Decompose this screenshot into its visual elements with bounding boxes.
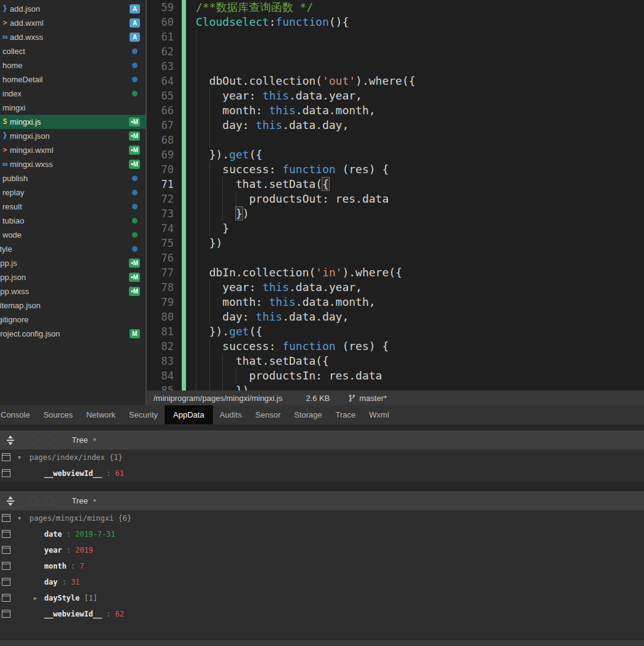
line-number: 68 bbox=[147, 133, 182, 147]
file-item-app.js[interactable]: app.js•M bbox=[0, 256, 145, 270]
code-line-79[interactable]: 79 month: this.data.month, bbox=[147, 295, 644, 309]
code-line-72[interactable]: 72 productsOut: res.data bbox=[147, 192, 644, 206]
view-mode-select-2[interactable]: Tree ▼ bbox=[72, 496, 97, 505]
tab-sensor[interactable]: Sensor bbox=[249, 405, 287, 424]
code-line-60[interactable]: 60Cloudselect:function(){ bbox=[147, 15, 644, 29]
key-label: month bbox=[44, 562, 66, 570]
file-item-inner: project.config.json bbox=[0, 327, 145, 341]
file-item-tubiao[interactable]: tubiao bbox=[0, 214, 145, 228]
file-item-app.wxss[interactable]: app.wxss•M bbox=[0, 284, 145, 298]
code-line-70[interactable]: 70 success: function (res) { bbox=[147, 162, 644, 177]
file-item-index[interactable]: index bbox=[0, 87, 145, 101]
file-item-inner: }add.json bbox=[0, 2, 145, 16]
tab-storage[interactable]: Storage bbox=[287, 405, 329, 424]
appdata-panel-1: Tree ▼ ▼pages/index/index {1}__webviewId… bbox=[0, 430, 644, 481]
triangle-expanded-icon[interactable]: ▼ bbox=[18, 449, 21, 465]
code-line-74[interactable]: 74 } bbox=[147, 221, 644, 236]
tab-trace[interactable]: Trace bbox=[329, 405, 363, 424]
code-line-65[interactable]: 65 year: this.data.year, bbox=[147, 88, 644, 103]
code-token: this bbox=[269, 295, 295, 308]
view-mode-select-1[interactable]: Tree ▼ bbox=[72, 435, 97, 445]
file-item-replay[interactable]: replay bbox=[0, 185, 145, 200]
code-line-content: success: function (res) { bbox=[196, 339, 389, 354]
indent-guide bbox=[236, 192, 236, 206]
tree-row[interactable]: ▼pages/mingxi/mingxi {6} bbox=[0, 510, 644, 526]
code-token: ).where({ bbox=[342, 266, 402, 279]
tree-row[interactable]: date : 2019-7-31 bbox=[0, 526, 644, 542]
file-item-mingxi.wxml[interactable]: >mingxi.wxml•M bbox=[0, 143, 145, 157]
tab-network[interactable]: Network bbox=[79, 405, 122, 424]
file-item-add.json[interactable]: }add.jsonA bbox=[0, 2, 145, 16]
tree-row[interactable]: ▶dayStyle [1] bbox=[0, 590, 644, 606]
git-branch[interactable]: master* bbox=[348, 394, 387, 403]
code-line-78[interactable]: 78 year: this.data.year, bbox=[147, 280, 644, 295]
file-item-publish[interactable]: publish bbox=[0, 171, 145, 185]
triangle-expanded-icon[interactable]: ▼ bbox=[18, 510, 21, 526]
tab-audits[interactable]: Audits bbox=[213, 405, 249, 424]
file-item-mingxi.js[interactable]: Smingxi.js•M bbox=[0, 115, 145, 129]
file-item-app.json[interactable]: app.json•M bbox=[0, 270, 145, 284]
indent-guide bbox=[209, 383, 210, 391]
tab-console[interactable]: Console bbox=[0, 405, 37, 424]
file-item-style[interactable]: style bbox=[0, 242, 145, 256]
code-line-66[interactable]: 66 month: this.data.month, bbox=[147, 103, 644, 118]
code-line-69[interactable]: 69 }).get({ bbox=[147, 147, 644, 162]
file-item-project.config.json[interactable]: project.config.jsonM bbox=[0, 327, 145, 341]
indent-guide bbox=[209, 295, 210, 309]
tree-row[interactable]: __webviewId__ : 62 bbox=[0, 606, 644, 622]
file-item-homeDetail[interactable]: homeDetail bbox=[0, 72, 145, 87]
tree-row[interactable]: year : 2019 bbox=[0, 542, 644, 558]
code-token: Cloudselect bbox=[196, 15, 269, 28]
file-item-.gitignore[interactable]: .gitignore bbox=[0, 313, 145, 327]
code-line-59[interactable]: 59/**数据库查询函数 */ bbox=[147, 0, 644, 15]
code-line-67[interactable]: 67 day: this.data.day, bbox=[147, 118, 644, 133]
bottom-splitter-bar[interactable] bbox=[0, 640, 644, 646]
code-line-63[interactable]: 63 bbox=[147, 59, 644, 74]
file-item-add.wxss[interactable]: ssadd.wxssA bbox=[0, 30, 145, 44]
tree-row[interactable]: __webviewId__ : 61 bbox=[0, 465, 644, 481]
code-line-76[interactable]: 76 bbox=[147, 251, 644, 265]
code-line-64[interactable]: 64 dbOut.collection('out').where({ bbox=[147, 74, 644, 88]
tab-security[interactable]: Security bbox=[122, 405, 165, 424]
file-item-result[interactable]: result bbox=[0, 200, 145, 214]
indent-guide bbox=[196, 206, 196, 221]
collapse-all-icon[interactable] bbox=[6, 496, 15, 506]
code-line-84[interactable]: 84 productsIn: res.data bbox=[147, 368, 644, 383]
code-line-61[interactable]: 61 bbox=[147, 29, 644, 44]
code-editor[interactable]: 59/**数据库查询函数 */60Cloudselect:function(){… bbox=[147, 0, 644, 391]
code-token: ) bbox=[242, 207, 249, 220]
indent-guide bbox=[209, 221, 210, 236]
tab-sources[interactable]: Sources bbox=[37, 405, 80, 424]
triangle-collapsed-icon[interactable]: ▶ bbox=[34, 590, 37, 606]
file-item-sitemap.json[interactable]: sitemap.json bbox=[0, 298, 145, 313]
file-item-wode[interactable]: wode bbox=[0, 228, 145, 242]
code-line-80[interactable]: 80 day: this.data.day, bbox=[147, 309, 644, 324]
git-status-dot bbox=[132, 218, 138, 224]
tab-wxml[interactable]: Wxml bbox=[362, 405, 396, 424]
file-item-collect[interactable]: collect bbox=[0, 44, 145, 58]
code-line-81[interactable]: 81 }).get({ bbox=[147, 324, 644, 339]
file-item-mingxi.wxss[interactable]: ssmingxi.wxss•M bbox=[0, 157, 145, 171]
code-line-85[interactable]: 85 }) bbox=[147, 383, 644, 391]
chevron-down-icon: ▼ bbox=[92, 498, 97, 504]
tree-row[interactable]: ▼pages/index/index {1} bbox=[0, 449, 644, 465]
tree-row[interactable]: day : 31 bbox=[0, 574, 644, 590]
code-line-68[interactable]: 68 bbox=[147, 133, 644, 147]
tab-appdata[interactable]: AppData bbox=[165, 405, 213, 424]
indent-guide bbox=[196, 162, 196, 177]
code-line-62[interactable]: 62 bbox=[147, 44, 644, 59]
file-item-inner: app.json bbox=[0, 270, 145, 284]
file-item-mingxi[interactable]: mingxi bbox=[0, 101, 145, 115]
code-line-75[interactable]: 75 }) bbox=[147, 236, 644, 251]
tree-row[interactable]: month : 7 bbox=[0, 558, 644, 574]
code-line-content: productsIn: res.data bbox=[196, 368, 382, 383]
code-line-73[interactable]: 73 }) bbox=[147, 206, 644, 221]
code-line-82[interactable]: 82 success: function (res) { bbox=[147, 339, 644, 354]
file-item-mingxi.json[interactable]: }mingxi.json•M bbox=[0, 129, 145, 143]
file-item-home[interactable]: home bbox=[0, 58, 145, 72]
code-line-83[interactable]: 83 that.setData({ bbox=[147, 354, 644, 368]
collapse-all-icon[interactable] bbox=[6, 435, 15, 445]
file-item-add.wxml[interactable]: >add.wxmlA bbox=[0, 16, 145, 30]
code-line-71[interactable]: 71 that.setData({ bbox=[147, 177, 644, 192]
code-line-77[interactable]: 77 dbIn.collection('in').where({ bbox=[147, 265, 644, 280]
